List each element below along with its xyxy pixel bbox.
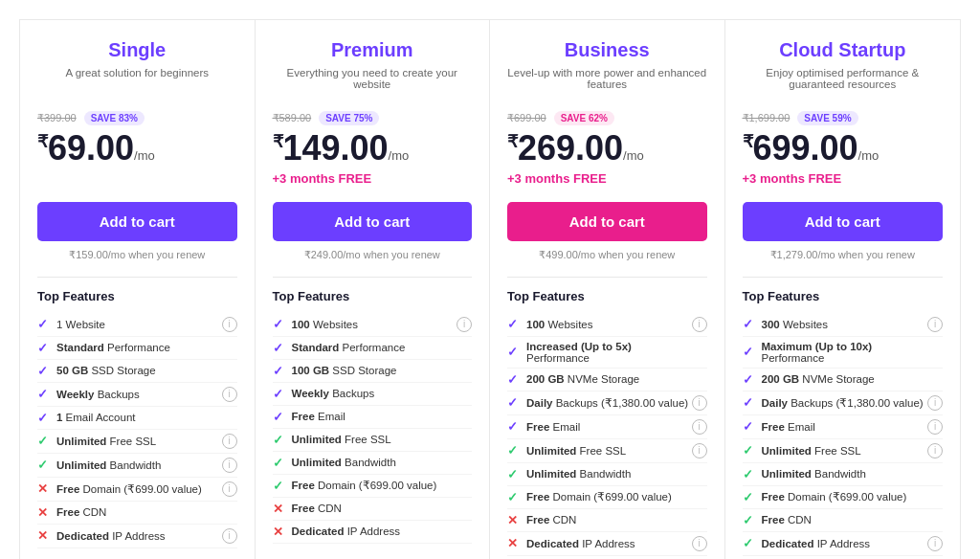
feature-left: ✓ Unlimited Bandwidth [37, 458, 161, 472]
feature-item: ✓ 100 Websites i [507, 313, 707, 337]
check-green-icon: ✓ [507, 490, 521, 504]
plan-desc: A great solution for beginners [37, 67, 237, 98]
feature-left: ✓ Standard Performance [273, 341, 406, 355]
check-purple-icon: ✓ [37, 317, 51, 331]
free-months: +3 months FREE [273, 171, 473, 190]
add-to-cart-button[interactable]: Add to cart [507, 202, 707, 241]
renew-price: ₹249.00/mo when you renew [273, 249, 473, 261]
feature-item: ✕ Free CDN [37, 502, 237, 525]
feature-text: 50 GB SSD Storage [56, 365, 156, 376]
save-badge: SAVE 75% [319, 111, 379, 125]
info-icon[interactable]: i [927, 536, 943, 551]
info-icon[interactable]: i [222, 481, 237, 497]
x-red-icon: ✕ [37, 481, 51, 496]
feature-left: ✓ 200 GB NVMe Storage [743, 372, 875, 387]
price-row: ₹699.00 SAVE 62% [507, 111, 707, 125]
top-features-label: Top Features [273, 289, 473, 303]
info-icon[interactable]: i [692, 395, 707, 411]
feature-left: ✓ Free Domain (₹699.00 value) [273, 479, 437, 493]
feature-left: ✕ Dedicated IP Address [273, 525, 401, 539]
info-icon[interactable]: i [927, 419, 943, 435]
feature-left: ✓ Unlimited Bandwidth [507, 467, 631, 481]
info-icon[interactable]: i [927, 443, 943, 458]
feature-item: ✕ Dedicated IP Address i [507, 532, 707, 556]
info-icon[interactable]: i [692, 419, 707, 435]
feature-left: ✓ Daily Backups (₹1,380.00 value) [743, 395, 924, 410]
check-green-icon: ✓ [507, 467, 521, 481]
feature-text: 100 Websites [292, 319, 358, 330]
add-to-cart-button[interactable]: Add to cart [743, 202, 944, 241]
plan-name: Business [507, 39, 707, 61]
feature-left: ✓ Free CDN [743, 513, 812, 527]
feature-item: ✓ 100 GB SSD Storage [273, 360, 473, 383]
info-icon[interactable]: i [222, 528, 237, 544]
info-icon[interactable]: i [222, 434, 237, 449]
feature-left: ✓ Weekly Backups [37, 387, 140, 401]
info-icon[interactable]: i [222, 317, 237, 332]
check-purple-icon: ✓ [743, 395, 756, 410]
info-icon[interactable]: i [927, 395, 943, 411]
feature-item: ✓ Weekly Backups i [37, 383, 237, 407]
feature-item: ✓ Free Domain (₹699.00 value) [743, 486, 944, 509]
check-purple-icon: ✓ [273, 387, 286, 401]
info-icon[interactable]: i [222, 458, 237, 473]
feature-item: ✕ Dedicated IP Address [273, 521, 473, 544]
feature-item: ✓ Daily Backups (₹1,380.00 value) i [507, 391, 707, 415]
check-purple-icon: ✓ [507, 419, 521, 434]
feature-left: ✓ Unlimited Bandwidth [273, 456, 396, 470]
feature-item: ✓ Standard Performance [273, 337, 473, 360]
check-green-icon: ✓ [37, 458, 51, 472]
info-icon[interactable]: i [927, 317, 943, 332]
free-months [37, 171, 237, 190]
per-mo: /mo [389, 148, 410, 163]
price-row: ₹1,699.00 SAVE 59% [743, 111, 944, 125]
add-to-cart-button[interactable]: Add to cart [37, 202, 237, 241]
check-green-icon: ✓ [743, 490, 756, 504]
check-purple-icon: ✓ [37, 341, 51, 355]
info-icon[interactable]: i [692, 443, 707, 458]
feature-text: Daily Backups (₹1,380.00 value) [526, 396, 688, 410]
x-red-icon: ✕ [507, 536, 521, 550]
info-icon[interactable]: i [457, 317, 472, 332]
feature-text: 300 Websites [762, 319, 828, 330]
feature-left: ✓ 1 Email Account [37, 411, 135, 425]
feature-left: ✓ Free Email [507, 419, 580, 434]
currency-symbol: ₹ [743, 132, 753, 151]
feature-list: ✓ 1 Website i ✓ Standard Performance ✓ 5… [37, 313, 237, 548]
feature-left: ✓ Free Domain (₹699.00 value) [507, 490, 672, 504]
check-purple-icon: ✓ [37, 411, 51, 425]
price-row: ₹399.00 SAVE 83% [37, 111, 237, 125]
feature-text: Maximum (Up to 10x) Performance [762, 341, 928, 364]
feature-list: ✓ 100 Websites i ✓ Standard Performance … [273, 313, 473, 544]
feature-left: ✓ 200 GB NVMe Storage [507, 372, 639, 387]
check-green-icon: ✓ [37, 434, 51, 448]
plan-desc: Enjoy optimised performance & guaranteed… [743, 67, 944, 98]
feature-left: ✕ Free CDN [273, 502, 342, 516]
feature-text: 100 Websites [526, 319, 592, 330]
info-icon[interactable]: i [692, 536, 707, 551]
feature-text: Free CDN [56, 506, 106, 518]
feature-item: ✓ Free Email i [743, 415, 944, 439]
save-badge: SAVE 83% [84, 111, 145, 125]
info-icon[interactable]: i [222, 387, 237, 402]
feature-item: ✓ Unlimited Free SSL i [507, 439, 707, 463]
feature-text: Increased (Up to 5x) Performance [526, 341, 692, 364]
feature-left: ✓ Standard Performance [37, 341, 170, 355]
feature-item: ✓ 200 GB NVMe Storage [743, 369, 944, 391]
feature-text: 200 GB NVMe Storage [526, 373, 639, 385]
feature-item: ✓ Unlimited Free SSL [273, 429, 473, 452]
add-to-cart-button[interactable]: Add to cart [273, 202, 473, 241]
feature-text: 100 GB SSD Storage [292, 365, 397, 376]
feature-text: Unlimited Free SSL [292, 434, 391, 445]
feature-item: ✕ Free Domain (₹699.00 value) i [37, 478, 237, 502]
check-purple-icon: ✓ [507, 345, 521, 359]
feature-item: ✓ Unlimited Bandwidth [273, 452, 473, 475]
check-green-icon: ✓ [743, 467, 756, 481]
feature-left: ✕ Free CDN [507, 513, 576, 527]
feature-left: ✓ Maximum (Up to 10x) Performance [743, 341, 928, 364]
feature-item: ✓ Increased (Up to 5x) Performance [507, 337, 707, 369]
info-icon[interactable]: i [692, 317, 707, 332]
feature-left: ✓ Weekly Backups [273, 387, 375, 401]
currency-symbol: ₹ [273, 132, 283, 151]
check-purple-icon: ✓ [743, 345, 756, 359]
